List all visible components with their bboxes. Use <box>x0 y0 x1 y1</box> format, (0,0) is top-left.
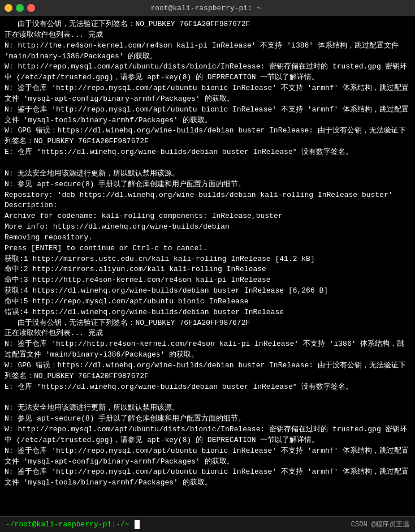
statusbar: -/root@kali-raspberry-pi:-/~ CSDN @程序员王远 <box>0 516 415 532</box>
window-controls <box>5 4 35 12</box>
minimize-button[interactable] <box>5 4 12 12</box>
terminal-output: 由于没有公钥，无法验证下列签名：NO_PUBKEY 76F1A20FF98767… <box>5 19 410 488</box>
cursor <box>135 520 140 529</box>
terminal-body[interactable]: 由于没有公钥，无法验证下列签名：NO_PUBKEY 76F1A20FF98767… <box>0 16 415 516</box>
titlebar: root@kali-raspberry-pi: ~ <box>0 0 415 16</box>
close-button[interactable] <box>27 4 35 12</box>
watermark: CSDN @程序员王远 <box>351 520 409 529</box>
window-title: root@kali-raspberry-pi: ~ <box>35 4 377 12</box>
terminal-window: root@kali-raspberry-pi: ~ 由于没有公钥，无法验证下列签… <box>0 0 415 532</box>
prompt-text: -/root@kali-raspberry-pi:-/~ <box>6 520 129 529</box>
maximize-button[interactable] <box>16 4 24 12</box>
shell-prompt: -/root@kali-raspberry-pi:-/~ <box>6 520 140 529</box>
